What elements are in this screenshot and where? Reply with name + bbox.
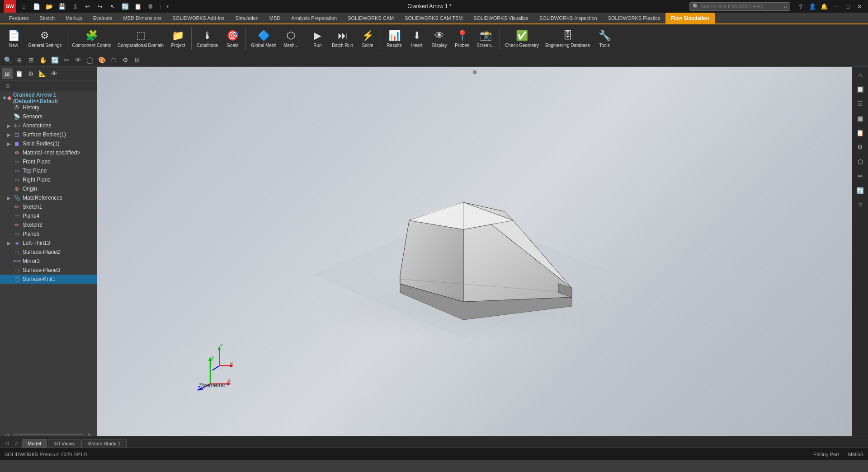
hide-show-btn[interactable]: ◯ — [85, 55, 95, 65]
tree-item-mate-refs[interactable]: ▶ 📎 MateReferences — [0, 193, 97, 202]
tree-item-front-plane[interactable]: ▭ Front Plane — [0, 157, 97, 166]
print-btn[interactable]: 🖨 — [70, 1, 80, 11]
user-btn[interactable]: 👤 — [807, 1, 817, 11]
tab-flow-simulation[interactable]: Flow Simulation — [665, 13, 714, 23]
rotate-btn[interactable]: 🔄 — [50, 55, 60, 65]
display-manager-tab[interactable]: 👁 — [49, 68, 60, 79]
right-refresh-btn[interactable]: 🔄 — [854, 184, 867, 197]
scroll-left[interactable]: ◁ — [2, 430, 12, 436]
appearance-btn[interactable]: 🎨 — [97, 55, 107, 65]
property-manager-tab[interactable]: 📋 — [14, 68, 24, 79]
view-sel-btn[interactable]: 👁 — [73, 55, 83, 65]
tree-root[interactable]: ▼ ◆ Cranked Arrow 1 (Default<<Default — [0, 93, 97, 103]
right-filter-btn[interactable]: ▦ — [854, 112, 867, 125]
home-btn[interactable]: ⌂ — [19, 1, 29, 11]
new-doc-btn[interactable]: 📄 — [32, 1, 42, 11]
tab-features[interactable]: Features — [4, 13, 34, 23]
tab-mbd-dimensions[interactable]: MBD Dimensions — [118, 13, 167, 23]
tab-3d-views[interactable]: 3D Views — [48, 439, 80, 448]
right-3d-btn[interactable]: 🔲 — [854, 83, 867, 96]
tab-solidworks-plastics[interactable]: SOLIDWORKS Plastics — [603, 13, 666, 23]
next-tab-btn[interactable]: ▷ — [12, 438, 22, 448]
search-input[interactable] — [701, 4, 782, 9]
engineering-db-btn[interactable]: 🗄 Engineering Database — [542, 25, 593, 52]
results-btn[interactable]: 📊 Results — [383, 25, 405, 52]
tab-simulation[interactable]: Simulation — [230, 13, 264, 23]
feature-tree-tab[interactable]: ⊞ — [2, 68, 13, 79]
save-btn[interactable]: 💾 — [57, 1, 67, 11]
file-props-btn[interactable]: 📋 — [133, 1, 143, 11]
right-home-btn[interactable]: ⌂ — [854, 69, 867, 81]
tree-item-origin[interactable]: ⊕ Origin — [0, 184, 97, 193]
tree-item-annotations[interactable]: ▶ 🏷 Annotations — [0, 121, 97, 130]
tab-sketch[interactable]: Sketch — [34, 13, 60, 23]
tab-evaluate[interactable]: Evaluate — [88, 13, 118, 23]
tree-item-surface-bodies[interactable]: ▶ ◻ Surface Bodies(1) — [0, 130, 97, 139]
section-view-btn[interactable]: ✂ — [61, 55, 71, 65]
viewport[interactable]: Y X Z Y X Z *Isometric — [97, 67, 852, 436]
tree-item-top-plane[interactable]: ▭ Top Plane — [0, 166, 97, 175]
tools-btn[interactable]: 🔧 Tools — [594, 25, 615, 52]
right-help-btn[interactable]: ? — [854, 199, 867, 211]
notifications-btn[interactable]: 🔔 — [819, 1, 829, 11]
tree-item-loft-thin13[interactable]: ▶ ◈ Loft-Thin13 — [0, 238, 97, 248]
project-btn[interactable]: 📁 Project — [167, 25, 189, 52]
right-config-btn[interactable]: ⚙ — [854, 141, 867, 154]
solve-btn[interactable]: ⚡ Solve — [357, 25, 378, 52]
monitor-btn[interactable]: 🖥 — [132, 55, 142, 65]
right-list-btn[interactable]: ☰ — [854, 98, 867, 110]
tree-item-plane5[interactable]: ▭ Plane5 — [0, 229, 97, 238]
close-btn[interactable]: ✕ — [854, 1, 864, 11]
insert-btn[interactable]: ⬇ Insert — [406, 25, 428, 52]
check-geometry-btn[interactable]: ✅ Check Geometry — [502, 25, 542, 52]
tree-item-solid-bodies[interactable]: ▶ ◼ Solid Bodies(1) — [0, 139, 97, 148]
minimize-btn[interactable]: ─ — [831, 1, 841, 11]
scroll-right[interactable]: ▷ — [85, 430, 95, 436]
display-btn[interactable]: 👁 Display — [429, 25, 450, 52]
tab-mbd[interactable]: MBD — [264, 13, 286, 23]
view-orient-btn[interactable]: 🔍 — [3, 55, 13, 65]
maximize-btn[interactable]: □ — [843, 1, 853, 11]
tree-item-right-plane[interactable]: ▭ Right Plane — [0, 175, 97, 184]
zoom-fit-btn[interactable]: ⊕ — [14, 55, 24, 65]
tab-motion-study-1[interactable]: Motion Study 1 — [81, 439, 126, 448]
batch-run-btn[interactable]: ⏭ Batch Run — [329, 25, 356, 52]
search-btn[interactable]: ⌕ — [784, 4, 787, 9]
run-btn[interactable]: ▶ Run — [307, 25, 328, 52]
tab-solidworks-cam[interactable]: SOLIDWORKS CAM — [342, 13, 399, 23]
right-props-btn[interactable]: 📋 — [854, 126, 867, 139]
tree-item-history[interactable]: ⏱ History — [0, 103, 97, 112]
component-control-btn[interactable]: 🧩 Component Control — [70, 25, 114, 52]
tab-markup[interactable]: Markup — [60, 13, 88, 23]
prev-tab-btn[interactable]: ◁ — [2, 438, 12, 448]
help-btn[interactable]: ? — [796, 1, 806, 11]
tree-item-surface-plane3[interactable]: ◻ Surface-Plane3 — [0, 266, 97, 275]
tree-item-mirror3[interactable]: ⟺ Mirror3 — [0, 257, 97, 266]
rebuild-btn[interactable]: 🔄 — [120, 1, 130, 11]
tree-item-material[interactable]: ⚙ Material <not specified> — [0, 148, 97, 157]
goals-btn[interactable]: 🎯 Goals — [222, 25, 243, 52]
tree-item-sketch3[interactable]: ✏ Sketch3 — [0, 220, 97, 229]
tab-solidworks-cam-tbm[interactable]: SOLIDWORKS CAM TBM — [399, 13, 468, 23]
mesh-btn[interactable]: ⬡ Mesh... — [280, 25, 302, 52]
right-markup-btn[interactable]: ✏ — [854, 170, 867, 182]
display-style-btn[interactable]: □ — [108, 55, 118, 65]
tab-solidworks-visualize[interactable]: SOLIDWORKS Visualize — [468, 13, 533, 23]
computational-domain-btn[interactable]: ⬚ Computational Domain — [115, 25, 166, 52]
redo-btn[interactable]: ↪ — [95, 1, 105, 11]
tab-model[interactable]: Model — [22, 439, 47, 448]
search-box[interactable]: 🔍 ⌕ — [689, 2, 790, 11]
new-btn[interactable]: 📄 New — [3, 25, 24, 52]
right-layers-btn[interactable]: ⬡ — [854, 155, 867, 168]
tree-item-surface-knit1[interactable]: ◫ Surface-Knit1 — [0, 275, 97, 284]
probes-btn[interactable]: 📍 Probes — [451, 25, 473, 52]
undo-btn[interactable]: ↩ — [82, 1, 92, 11]
tab-solidworks-addins[interactable]: SOLIDWORKS Add-Ins — [167, 13, 230, 23]
open-btn[interactable]: 📂 — [44, 1, 54, 11]
filter-btn[interactable]: ⊙ — [3, 81, 13, 91]
quick-access-dropdown[interactable]: ▼ — [166, 5, 170, 9]
tree-item-sensors[interactable]: 📡 Sensors — [0, 112, 97, 121]
general-settings-btn[interactable]: ⚙ General Settings — [25, 25, 65, 52]
options-btn[interactable]: ⚙ — [146, 1, 156, 11]
view-settings-btn[interactable]: ⚙ — [120, 55, 130, 65]
